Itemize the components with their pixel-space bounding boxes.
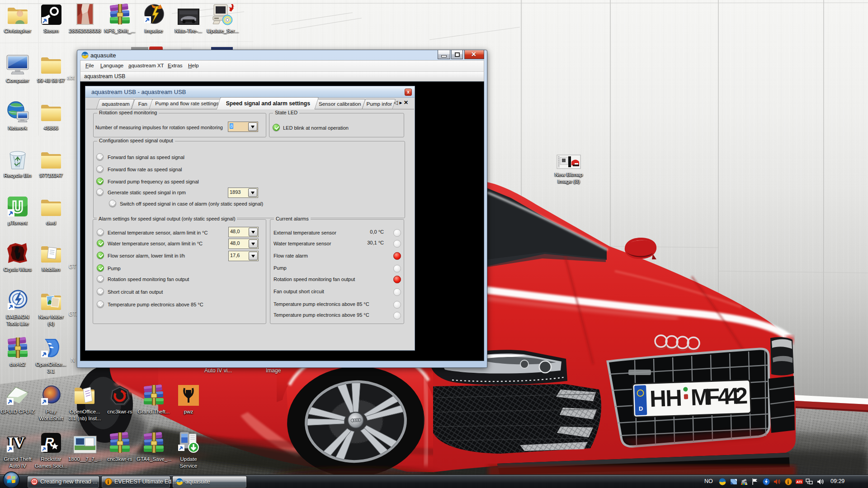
svg-text:MF 442: MF 442 <box>690 383 748 410</box>
svg-text:HH: HH <box>649 385 683 412</box>
svg-text:ATI: ATI <box>797 480 802 484</box>
svg-text:D: D <box>639 405 643 412</box>
